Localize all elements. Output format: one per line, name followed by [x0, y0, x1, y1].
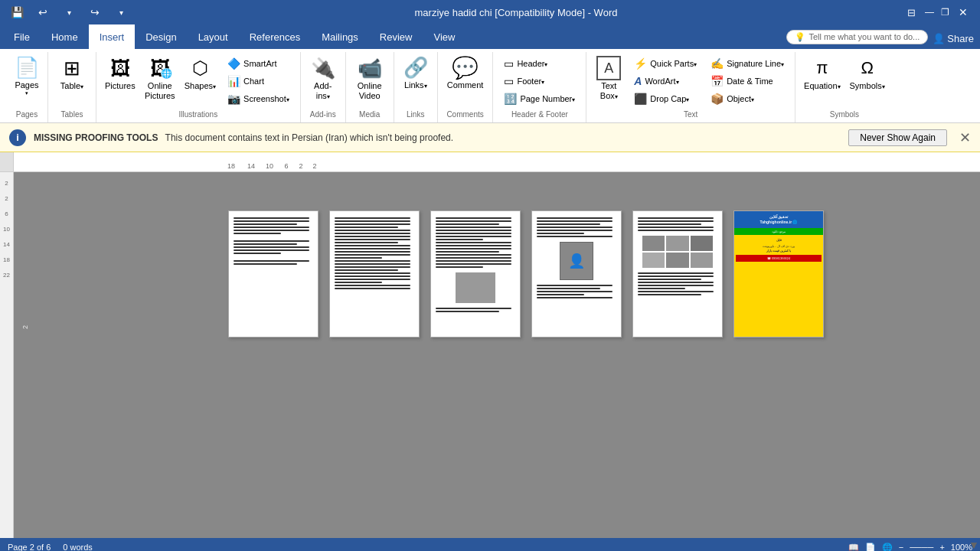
- tab-review[interactable]: Review: [369, 24, 423, 49]
- smartart-icon: 🔷: [227, 57, 240, 70]
- ruler-14: 14: [242, 162, 260, 170]
- page-1-content: [229, 211, 318, 271]
- page-6-thumb[interactable]: تحقیق آنلاینTahghighonline.ir 🌐 مرجع دان…: [733, 210, 824, 337]
- customize-qat-btn[interactable]: ▾: [110, 2, 132, 23]
- page-5-content: [633, 211, 722, 302]
- info-title: MISSING PROOFING TOOLS: [34, 132, 158, 143]
- ad-body: فایل ورد دی اف ال - پاورپوینت با کمترین …: [734, 235, 823, 337]
- view-print-icon[interactable]: 📄: [865, 543, 876, 552]
- undo-arrow-icon[interactable]: ▾: [58, 2, 80, 23]
- ribbon-tabs: File Home Insert Design Layout Reference…: [0, 24, 980, 49]
- save-icon[interactable]: 💾: [6, 2, 28, 23]
- addins-icon: 🔌: [311, 56, 335, 80]
- tab-file[interactable]: File: [3, 24, 41, 49]
- ribbon-content: 📄 Pages ▾ Pages ⊞ Table▾ Tables 🖼 Pictur…: [0, 49, 980, 123]
- quick-parts-btn[interactable]: ⚡ Quick Parts▾: [629, 55, 701, 72]
- line: [436, 263, 511, 265]
- shapes-btn[interactable]: ⬡ Shapes▾: [181, 54, 220, 93]
- minimize-btn[interactable]: —: [922, 2, 937, 23]
- v-ruler-2a: 2: [5, 175, 8, 191]
- footer-btn[interactable]: ▭ Footer▾: [499, 73, 580, 90]
- tab-design[interactable]: Design: [135, 24, 187, 49]
- line: [638, 285, 714, 286]
- hf-group-label: Header & Footer: [498, 109, 581, 121]
- group-links: 🔗 Links▾ Links: [394, 52, 438, 122]
- line: [234, 240, 309, 242]
- page-3-thumb[interactable]: [430, 210, 521, 337]
- view-web-icon[interactable]: 🌐: [882, 543, 893, 552]
- tab-view[interactable]: View: [423, 24, 466, 49]
- media-items: 📹 OnlineVideo: [351, 54, 389, 109]
- table-btn[interactable]: ⊞ Table▾: [53, 54, 91, 93]
- tab-mailings[interactable]: Mailings: [311, 24, 369, 49]
- page-2-thumb[interactable]: [329, 210, 420, 337]
- smartart-btn[interactable]: 🔷 SmartArt: [223, 55, 294, 72]
- screenshot-btn[interactable]: 📷 Screenshot▾: [223, 90, 294, 107]
- restore-down-icon[interactable]: ⊟: [900, 2, 922, 23]
- status-bar: Page 2 of 6 0 words 📖 📄 🌐 − ──── + 100%: [0, 538, 980, 551]
- line: [335, 282, 382, 283]
- maximize-btn[interactable]: ❐: [937, 2, 952, 23]
- illustrations-col: 🔷 SmartArt 📊 Chart 📷 Screenshot▾: [221, 54, 296, 109]
- window-controls: ⊟ — ❐ ✕: [900, 2, 974, 23]
- line: [335, 254, 410, 256]
- close-btn[interactable]: ✕: [952, 2, 974, 23]
- expand-ribbon-btn[interactable]: ⯆: [968, 539, 980, 551]
- online-pictures-label: OnlinePictures: [145, 81, 175, 101]
- comment-label: Comment: [447, 80, 484, 90]
- undo-btn[interactable]: ↩: [32, 2, 54, 23]
- page-5-thumb[interactable]: [632, 210, 723, 337]
- line: [436, 311, 499, 312]
- textbox-btn[interactable]: A TextBox▾: [591, 54, 626, 103]
- symbols-group-label: Symbols: [800, 109, 889, 121]
- never-show-again-btn[interactable]: Never Show Again: [848, 129, 947, 146]
- symbol-btn[interactable]: Ω Symbols▾: [846, 54, 889, 93]
- links-btn[interactable]: 🔗 Links▾: [399, 54, 433, 92]
- zoom-in-btn[interactable]: +: [939, 543, 944, 551]
- line: [335, 245, 410, 246]
- text-col: ⚡ Quick Parts▾ A WordArt▾ ⬛ Drop Cap▾: [628, 54, 703, 109]
- line: [436, 245, 511, 246]
- chart-btn[interactable]: 📊 Chart: [223, 73, 294, 90]
- word-count: 0 words: [63, 543, 93, 551]
- symbol-label: Symbols▾: [850, 81, 885, 91]
- redo-btn[interactable]: ↪: [84, 2, 106, 23]
- online-video-icon: 📹: [358, 56, 382, 80]
- ad-file: فایل: [736, 236, 822, 243]
- view-read-icon[interactable]: 📖: [848, 543, 859, 552]
- object-icon: 📦: [710, 93, 724, 105]
- drop-cap-btn[interactable]: ⬛ Drop Cap▾: [629, 90, 701, 107]
- share-label: Share: [947, 33, 974, 44]
- tab-references[interactable]: References: [239, 24, 311, 49]
- tab-home[interactable]: Home: [41, 24, 89, 49]
- tab-insert[interactable]: Insert: [89, 24, 136, 49]
- share-btn[interactable]: 👤 Share: [933, 33, 974, 44]
- page-4-thumb[interactable]: 👤: [531, 210, 622, 337]
- wordart-btn[interactable]: A WordArt▾: [629, 73, 701, 90]
- pages-btn[interactable]: 📄 Pages ▾: [11, 54, 43, 98]
- line: [436, 227, 511, 228]
- info-close-btn[interactable]: ✕: [959, 129, 971, 146]
- object-btn[interactable]: 📦 Object▾: [706, 90, 789, 107]
- zoom-slider[interactable]: ────: [910, 543, 933, 551]
- addins-btn[interactable]: 🔌 Add-ins▾: [305, 54, 341, 103]
- line: [537, 220, 612, 222]
- drop-cap-icon: ⬛: [634, 93, 647, 105]
- zoom-out-btn[interactable]: −: [899, 543, 903, 551]
- tab-layout[interactable]: Layout: [188, 24, 239, 49]
- page-number-btn[interactable]: 🔢 Page Number▾: [499, 90, 580, 107]
- footer-label: Footer▾: [517, 77, 544, 86]
- equation-btn[interactable]: π Equation▾: [800, 54, 844, 93]
- date-time-btn[interactable]: 📅 Date & Time: [706, 73, 789, 90]
- pictures-btn[interactable]: 🖼 Pictures: [101, 54, 139, 93]
- comment-btn[interactable]: 💬 Comment: [443, 54, 488, 92]
- header-btn[interactable]: ▭ Header▾: [499, 55, 580, 72]
- online-pictures-icon: 🖼🌐: [148, 56, 172, 80]
- online-video-btn[interactable]: 📹 OnlineVideo: [351, 54, 389, 103]
- signature-line-btn[interactable]: ✍ Signature Line▾: [706, 55, 789, 72]
- wordart-label: WordArt▾: [645, 77, 678, 86]
- online-pictures-btn[interactable]: 🖼🌐 OnlinePictures: [141, 54, 179, 103]
- line: [335, 263, 410, 265]
- tell-me-input[interactable]: 💡 Tell me what you want to do...: [786, 30, 928, 44]
- page-1-thumb[interactable]: [228, 210, 318, 337]
